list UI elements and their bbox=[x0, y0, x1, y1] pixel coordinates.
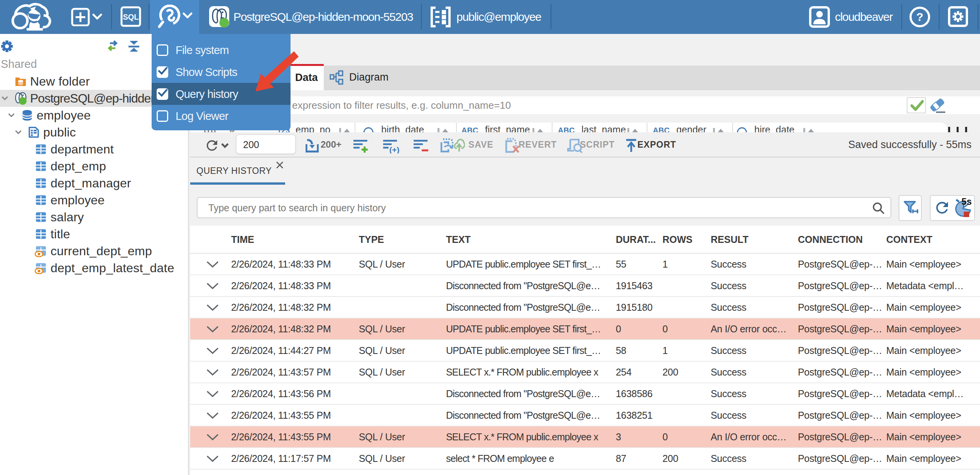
svg-text:(+): (+) bbox=[389, 145, 399, 153]
svg-text:?: ? bbox=[916, 10, 923, 23]
svg-text:SQL: SQL bbox=[123, 13, 139, 21]
